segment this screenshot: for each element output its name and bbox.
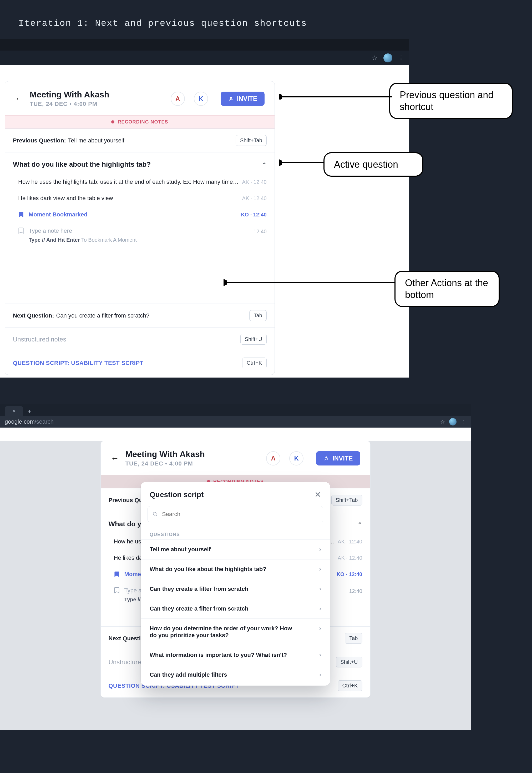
url-host: google.com	[5, 418, 35, 425]
modal-item-text: What information is important to you? Wh…	[150, 652, 287, 659]
modal-item[interactable]: What do you like about the highlights ta…	[141, 559, 330, 579]
browser-tab[interactable]: ×	[5, 406, 23, 416]
back-button[interactable]: ←	[111, 453, 119, 463]
note-row: How he uses the highlights tab: uses it …	[5, 174, 275, 190]
meeting-card: ← Meeting With Akash TUE, 24 DEC • 4:00 …	[100, 441, 371, 698]
note-row: He likes dark view and the table view AK…	[5, 190, 275, 207]
more-icon[interactable]: ⋮	[398, 57, 404, 59]
browser-window: ☆ ⋮ ← Meeting With Akash TUE, 24 DEC • 4…	[0, 39, 409, 378]
bookmark-row[interactable]: Moment Bookmarked KO · 12:40	[5, 207, 275, 223]
modal-item-text: Can they add multiple filters	[150, 671, 227, 678]
chevron-right-icon: ›	[319, 546, 321, 553]
more-icon[interactable]: ⋮	[461, 421, 466, 423]
browser-address-bar[interactable]: google.com/search ☆ ⋮	[0, 416, 471, 428]
question-script-row[interactable]: QUESTION SCRIPT: USABILITY TEST SCRIPT C…	[5, 351, 275, 375]
next-question-label: Next Question:	[13, 312, 54, 319]
active-question-text: What do you like about the highlights ta…	[13, 160, 151, 168]
bookmark-text: Moment Bookmarked	[29, 211, 241, 218]
svg-point-3	[153, 512, 156, 515]
page-heading: Iteration 1: Next and previous question …	[0, 18, 532, 28]
bookmark-icon	[18, 212, 24, 218]
chevron-right-icon: ›	[319, 605, 321, 612]
browser-chrome-dark: ☆ ⋮	[0, 39, 409, 65]
chevron-up-icon[interactable]: ⌄	[262, 161, 267, 168]
note-meta: AK · 12:40	[338, 539, 362, 545]
invite-button[interactable]: INVITE	[221, 92, 265, 106]
annotation-prev: Previous question and shortcut	[389, 83, 513, 119]
search-input[interactable]	[161, 510, 318, 518]
next-question-row[interactable]: Next Question: Can you create a filter f…	[5, 304, 275, 327]
chevron-right-icon: ›	[319, 671, 321, 678]
chevron-up-icon[interactable]: ⌄	[358, 521, 362, 527]
avatar-k[interactable]: K	[194, 92, 208, 106]
chevron-right-icon: ›	[319, 586, 321, 593]
kbd-shift-tab: Shift+Tab	[331, 495, 362, 505]
invite-label: INVITE	[237, 95, 257, 102]
kbd-tab: Tab	[345, 633, 362, 644]
modal-item[interactable]: How do you determine the order of your w…	[141, 619, 330, 645]
bookmark-icon	[114, 571, 120, 577]
invite-icon	[323, 455, 329, 461]
kbd-tab: Tab	[249, 310, 267, 321]
profile-avatar[interactable]	[383, 53, 392, 62]
note-meta: AK · 12:40	[242, 179, 267, 185]
modal-item[interactable]: Tell me about yourself›	[141, 539, 330, 559]
modal-item[interactable]: Can they add multiple filters›	[141, 665, 330, 685]
star-icon[interactable]: ☆	[440, 419, 445, 425]
avatar-k[interactable]: K	[289, 451, 303, 465]
unstructured-notes-row[interactable]: Unstructured notes Shift+U	[5, 327, 275, 351]
note-input-placeholder: Type a note here	[29, 228, 254, 234]
note-input-hint: Type // And Hit Enter To Bookmark A Mome…	[29, 237, 254, 243]
url-path: /search	[35, 418, 54, 425]
note-input-time: 12:40	[254, 228, 267, 243]
note-body: He likes dark view and the table view	[18, 195, 242, 202]
meeting-card: ← Meeting With Akash TUE, 24 DEC • 4:00 …	[5, 81, 275, 375]
invite-label: INVITE	[332, 455, 353, 462]
bookmark-outline-icon	[114, 587, 120, 594]
arrow-active	[279, 155, 323, 170]
kbd-shift-u: Shift+U	[336, 657, 362, 668]
modal-search[interactable]	[148, 506, 323, 522]
modal-item-text: Can they create a filter from scratch	[150, 586, 248, 593]
modal-item[interactable]: Can they create a filter from scratch›	[141, 599, 330, 619]
active-question-header[interactable]: What do you like about the highlights ta…	[5, 152, 275, 174]
browser-window-2: × + google.com/search ☆ ⋮ ← Meeting With…	[0, 404, 471, 730]
modal-item-text: How do you determine the order of your w…	[150, 625, 297, 639]
note-meta: AK · 12:40	[242, 196, 267, 202]
avatar-a[interactable]: A	[171, 92, 185, 106]
kbd-ctrl-k: Ctrl+K	[242, 358, 267, 368]
close-icon[interactable]: ✕	[315, 490, 321, 499]
annotation-bottom: Other Actions at the bottom	[394, 271, 500, 307]
new-tab-button[interactable]: +	[25, 408, 34, 416]
unstructured-label: Unstructured notes	[13, 336, 66, 343]
profile-avatar[interactable]	[449, 418, 457, 425]
next-question-text: Can you create a filter from scratch?	[56, 312, 149, 319]
avatar-a[interactable]: A	[266, 451, 280, 465]
modal-item[interactable]: Can they create a filter from scratch›	[141, 579, 330, 599]
modal-item[interactable]: What information is important to you? Wh…	[141, 645, 330, 665]
previous-question-label: Previous Question:	[13, 137, 66, 144]
recording-banner: RECORDING NOTES	[5, 115, 275, 128]
invite-icon	[228, 96, 234, 102]
bookmark-meta: KO · 12:40	[337, 571, 362, 577]
modal-group-label: QUESTIONS	[141, 527, 330, 539]
close-icon[interactable]: ×	[12, 408, 16, 414]
question-script-modal: Question script ✕ QUESTIONS Tell me abou…	[141, 482, 330, 686]
note-input[interactable]: Type a note here Type // And Hit Enter T…	[5, 223, 275, 304]
note-input-time: 12:40	[349, 587, 362, 603]
star-icon[interactable]: ☆	[372, 54, 378, 62]
recording-label: RECORDING NOTES	[118, 119, 168, 125]
bookmark-outline-icon	[18, 228, 24, 234]
chevron-right-icon: ›	[319, 652, 321, 659]
chevron-right-icon: ›	[319, 566, 321, 572]
mock-1: ☆ ⋮ ← Meeting With Akash TUE, 24 DEC • 4…	[0, 39, 409, 378]
svg-line-4	[156, 515, 157, 516]
kbd-shift-tab: Shift+Tab	[236, 135, 267, 146]
invite-button[interactable]: INVITE	[316, 451, 360, 465]
previous-question-row[interactable]: Previous Question: Tell me about yoursel…	[5, 128, 275, 152]
meeting-title: Meeting With Akash	[125, 449, 205, 459]
app-surface: ← Meeting With Akash TUE, 24 DEC • 4:00 …	[0, 81, 409, 378]
modal-title: Question script	[150, 490, 204, 499]
back-button[interactable]: ←	[15, 94, 23, 103]
kbd-ctrl-k: Ctrl+K	[338, 680, 362, 691]
